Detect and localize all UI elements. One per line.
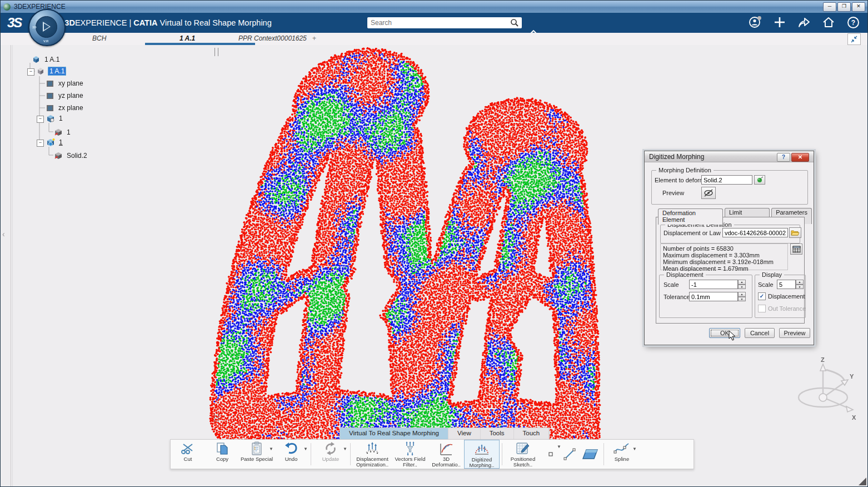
out-tolerance-checkbox-label: Out Tolerance (768, 305, 806, 312)
part-active-icon (46, 138, 55, 147)
scale-label: Scale (664, 281, 679, 288)
tool-paste-special[interactable]: Paste Special ▼ (240, 440, 274, 469)
tree-row-root[interactable]: 1 A.1 (32, 54, 61, 64)
element-to-deform-field[interactable] (701, 175, 752, 185)
tab-new[interactable]: + (312, 34, 316, 42)
help-icon[interactable]: ? (846, 16, 860, 29)
dassault-3ds-logo[interactable]: 3S (7, 15, 21, 31)
tool-displacement-optimization[interactable]: Displacement Optimization.. (353, 440, 392, 469)
out-tolerance-checkbox[interactable] (758, 305, 766, 312)
3d-viewport[interactable]: ‹ 1 A.1 − (1, 45, 868, 487)
tab-bch[interactable]: BCH (92, 34, 106, 42)
tree-label[interactable]: Solid.2 (66, 152, 88, 160)
dialog-help-icon[interactable]: ? (777, 153, 790, 162)
ribbon-tab-touch[interactable]: Touch (514, 428, 550, 440)
panel-collapse-chevron-icon[interactable]: ‹ (2, 230, 5, 238)
tree-label[interactable]: 1 A.1 (43, 56, 61, 63)
user-profile-icon[interactable] (749, 16, 762, 29)
show-table-button[interactable] (790, 244, 802, 255)
tool-line[interactable] (560, 440, 579, 469)
compass-vr-label[interactable]: V.R (43, 39, 48, 43)
tool-point[interactable]: ▼ (541, 440, 560, 469)
tree-row-yz-plane[interactable]: yz plane (46, 91, 84, 101)
tree-label[interactable]: 1 (66, 128, 72, 136)
tree-row-part2[interactable]: 1 (46, 137, 64, 147)
dropdown-arrow-icon[interactable]: ▼ (343, 446, 347, 451)
compass-3d-label[interactable]: 3D (32, 26, 37, 29)
ribbon-tab-virtual-to-real[interactable]: Virtual To Real Shape Morphing (340, 428, 448, 440)
preview-label: Preview (662, 190, 684, 196)
tolerance-field[interactable] (689, 292, 738, 301)
tree-row-part1-body[interactable]: 1 (54, 127, 72, 137)
tolerance-spinner[interactable]: ▲▼ (738, 292, 746, 301)
restore-button[interactable]: ❐ (837, 2, 851, 12)
expander-minus[interactable]: − (27, 68, 34, 76)
dialog-close-icon[interactable]: ✕ (791, 153, 809, 162)
3d-compass-button[interactable]: 3D V.R (28, 9, 66, 46)
search-box[interactable] (367, 17, 522, 28)
displacement-or-law-field[interactable] (722, 228, 788, 237)
window-title: 3DEXPERIENCE (14, 3, 66, 11)
tool-3d-deformation[interactable]: 3D Deformatio.. (428, 440, 464, 469)
add-content-icon[interactable] (773, 16, 786, 29)
preview-button[interactable]: Preview (779, 328, 810, 338)
tree-row-part1[interactable]: 1 (46, 113, 64, 123)
search-icon[interactable] (510, 18, 520, 28)
ribbon-tab-tools[interactable]: Tools (481, 428, 514, 440)
tool-update[interactable]: Update ▼ (313, 440, 348, 469)
tool-copy[interactable]: Copy (205, 440, 240, 469)
displacement-checkbox[interactable]: ✓ (758, 292, 766, 300)
dropdown-arrow-icon[interactable]: ▼ (632, 446, 637, 451)
scale-field[interactable] (689, 280, 738, 289)
mouse-cursor (728, 330, 737, 341)
tab-1a1[interactable]: 1 A.1 (179, 34, 195, 42)
tree-label[interactable]: 1 (58, 138, 64, 146)
minimize-button[interactable]: ─ (823, 2, 836, 12)
tree-row-zx-plane[interactable]: zx plane (46, 103, 84, 113)
tool-cut[interactable]: Cut (171, 440, 205, 469)
cancel-button[interactable]: Cancel (745, 328, 775, 338)
scale-spinner[interactable]: ▲▼ (738, 280, 746, 289)
ribbon-tab-view[interactable]: View (448, 428, 481, 440)
tab-deformation-element[interactable]: Deformation Element (658, 208, 723, 225)
tree-label[interactable]: zx plane (57, 104, 84, 112)
preview-toggle-button[interactable] (701, 187, 716, 199)
app-header: 3S 3DEXPERIENCE | CATIA Virtual to Real … (1, 13, 867, 33)
digitized-morphing-dialog[interactable]: Digitized Morphing ? ✕ Morphing Definiti… (644, 151, 814, 345)
tree-row-xy-plane[interactable]: xy plane (46, 78, 84, 88)
tree-label[interactable]: yz plane (57, 92, 84, 100)
display-scale-field[interactable] (777, 280, 796, 289)
tool-label: Positioned Sketch.. (505, 456, 541, 468)
home-icon[interactable] (822, 16, 835, 29)
tool-vectors-field-filter[interactable]: Vectors Field Filter.. (392, 440, 428, 469)
expander-minus[interactable]: − (37, 140, 44, 147)
axis-compass[interactable]: Z Y X (794, 356, 856, 424)
tool-digitized-morphing[interactable]: Digitized Morphing.. (464, 440, 500, 469)
close-button[interactable]: ✕ (852, 2, 865, 12)
tree-label[interactable]: 1 (58, 115, 64, 122)
tree-row-selected[interactable]: 1 A.1 (36, 66, 66, 76)
product-icon (32, 55, 41, 64)
tab-ppr-context[interactable]: PPR Context00001625 (238, 34, 307, 42)
collapse-window-icon[interactable] (847, 33, 861, 45)
expander-minus[interactable]: − (37, 116, 44, 123)
tree-width-handle-top[interactable] (214, 48, 218, 56)
tool-plane[interactable] (579, 440, 601, 469)
display-scale-spinner[interactable]: ▲▼ (796, 280, 804, 289)
share-icon[interactable] (797, 16, 811, 29)
tool-positioned-sketch[interactable]: Positioned Sketch.. (505, 440, 541, 469)
open-law-file-button[interactable] (789, 227, 801, 238)
resize-grip[interactable] (859, 478, 866, 485)
tree-width-handle-bottom[interactable] (214, 414, 218, 422)
positioned-sketch-icon (515, 441, 531, 456)
search-input[interactable] (367, 19, 510, 27)
dropdown-arrow-icon[interactable]: ▼ (269, 446, 273, 451)
tool-undo[interactable]: Undo ▼ (274, 440, 308, 469)
window-titlebar[interactable]: 3DEXPERIENCE ─ ❐ ✕ (1, 1, 867, 13)
tree-row-solid2[interactable]: Solid.2 (54, 151, 88, 161)
tree-label[interactable]: xy plane (57, 79, 84, 87)
tree-label-selected[interactable]: 1 A.1 (48, 67, 66, 76)
dropdown-arrow-icon[interactable]: ▼ (303, 446, 308, 451)
element-select-button[interactable] (754, 175, 765, 185)
tool-spline[interactable]: Spline ▼ (606, 440, 637, 469)
